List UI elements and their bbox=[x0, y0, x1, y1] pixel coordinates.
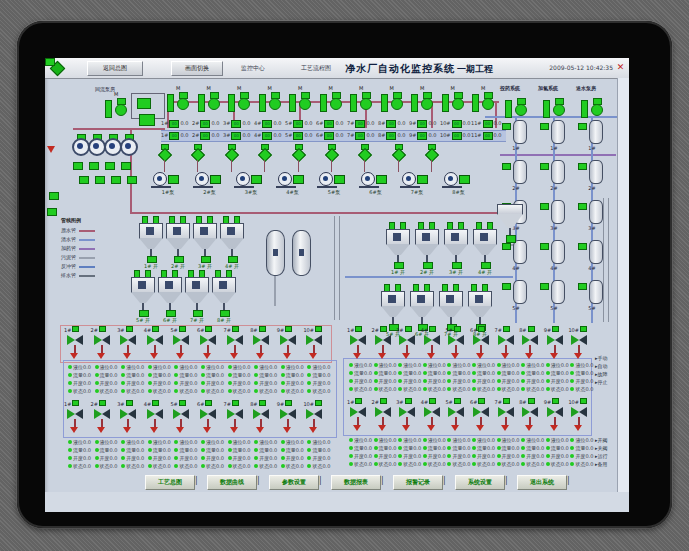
filter-valve[interactable]: 9# bbox=[544, 398, 568, 434]
close-icon[interactable]: ✕ bbox=[615, 61, 626, 73]
filter-valve[interactable]: 1# bbox=[64, 326, 88, 362]
filter-valve[interactable]: 7# bbox=[495, 398, 519, 434]
filter-valve[interactable]: 10# bbox=[303, 326, 327, 362]
filter-valve[interactable]: 7# bbox=[495, 326, 519, 362]
diamond-valve[interactable] bbox=[391, 144, 405, 172]
filter-valve[interactable]: 4# bbox=[144, 400, 168, 436]
chemical-tank-unit[interactable]: 2# bbox=[539, 160, 569, 198]
valve-icon[interactable] bbox=[121, 162, 131, 170]
valve-icon[interactable] bbox=[89, 162, 99, 170]
transfer-pump[interactable]: 6#泵 bbox=[357, 170, 395, 196]
valve-icon[interactable] bbox=[47, 208, 57, 216]
filter-valve[interactable]: 5# bbox=[170, 400, 194, 436]
filter-valve[interactable]: 8# bbox=[250, 326, 274, 362]
filter-valve[interactable]: 2# bbox=[372, 326, 396, 362]
filter-valve[interactable]: 8# bbox=[519, 326, 543, 362]
valve-icon[interactable] bbox=[111, 176, 121, 184]
valve-icon[interactable] bbox=[49, 192, 59, 200]
valve-icon[interactable] bbox=[79, 176, 89, 184]
chemical-tank-unit[interactable]: 5# bbox=[501, 280, 531, 318]
dosing-pump-unit[interactable]: M bbox=[379, 86, 405, 118]
transfer-pump[interactable]: 8#泵 bbox=[440, 170, 478, 196]
filter-valve[interactable]: 6# bbox=[197, 326, 221, 362]
nav-button[interactable]: 退出系统 bbox=[517, 475, 567, 490]
diamond-valve[interactable] bbox=[324, 144, 338, 172]
dosing-pump-unit[interactable]: M bbox=[348, 86, 374, 118]
dosing-hopper[interactable]: 2# 开 bbox=[414, 222, 440, 276]
dosing-hopper[interactable]: 7# 开 bbox=[184, 270, 210, 324]
dosing-hopper[interactable]: 5# 开 bbox=[130, 270, 156, 324]
filter-valve[interactable]: 2# bbox=[91, 326, 115, 362]
pressure-vessel[interactable] bbox=[292, 230, 311, 276]
diamond-valve[interactable] bbox=[357, 144, 371, 172]
chemical-tank-unit[interactable]: 5# bbox=[577, 280, 607, 318]
dosing-pump-unit[interactable]: M bbox=[165, 86, 191, 118]
filter-valve[interactable]: 7# bbox=[224, 400, 248, 436]
filter-valve[interactable]: 6# bbox=[470, 326, 494, 362]
transfer-pump[interactable]: 3#泵 bbox=[232, 170, 270, 196]
transfer-pump[interactable]: 2#泵 bbox=[191, 170, 229, 196]
diamond-valve[interactable] bbox=[224, 144, 238, 172]
filter-valve[interactable]: 8# bbox=[519, 398, 543, 434]
diamond-valve[interactable] bbox=[190, 144, 204, 172]
dosing-hopper[interactable]: 1# 开 bbox=[138, 216, 164, 270]
filter-valve[interactable]: 5# bbox=[170, 326, 194, 362]
filter-valve[interactable]: 1# bbox=[64, 400, 88, 436]
filter-valve[interactable]: 9# bbox=[277, 400, 301, 436]
dosing-pump-unit[interactable]: M bbox=[196, 86, 222, 118]
dosing-hopper[interactable]: 2# 开 bbox=[165, 216, 191, 270]
filter-valve[interactable]: 5# bbox=[445, 398, 469, 434]
filter-valve[interactable]: 2# bbox=[91, 400, 115, 436]
filter-valve[interactable]: 2# bbox=[372, 398, 396, 434]
dosing-hopper[interactable]: 3# 开 bbox=[443, 222, 469, 276]
filter-valve[interactable]: 5# bbox=[445, 326, 469, 362]
diamond-valve[interactable] bbox=[257, 144, 271, 172]
filter-valve[interactable]: 8# bbox=[250, 400, 274, 436]
dosing-pump-unit[interactable]: M bbox=[470, 86, 496, 118]
filter-valve[interactable]: 3# bbox=[117, 400, 141, 436]
chemical-tank-unit[interactable]: 4# bbox=[577, 240, 607, 278]
chemical-tank-unit[interactable]: 1# bbox=[577, 120, 607, 158]
transfer-pump[interactable]: 1#泵 bbox=[149, 170, 187, 196]
pump-icon[interactable] bbox=[45, 58, 55, 66]
dosing-pump-unit[interactable]: M bbox=[409, 86, 435, 118]
chemical-tank-unit[interactable]: 5# bbox=[539, 280, 569, 318]
valve-icon[interactable] bbox=[73, 162, 83, 170]
filter-valve[interactable]: 9# bbox=[277, 326, 301, 362]
dosing-pump-unit[interactable]: M bbox=[226, 86, 252, 118]
filter-valve[interactable]: 1# bbox=[347, 326, 371, 362]
intake-pump[interactable] bbox=[119, 134, 139, 158]
filter-valve[interactable]: 10# bbox=[568, 398, 592, 434]
dosing-hopper[interactable]: 1# 开 bbox=[385, 222, 411, 276]
filter-valve[interactable]: 10# bbox=[568, 326, 592, 362]
filter-valve[interactable]: 9# bbox=[544, 326, 568, 362]
cyclone-funnel[interactable] bbox=[497, 204, 523, 248]
dosing-hopper[interactable]: 6# 开 bbox=[157, 270, 183, 324]
filter-valve[interactable]: 10# bbox=[303, 400, 327, 436]
diamond-valve[interactable] bbox=[157, 144, 171, 172]
screen-switch-button[interactable]: 画面切换 bbox=[171, 61, 223, 76]
nav-button[interactable]: 工艺总图 bbox=[145, 475, 195, 490]
dosing-pump-unit[interactable]: M bbox=[287, 86, 313, 118]
dosing-pump-unit[interactable]: M bbox=[318, 86, 344, 118]
filter-valve[interactable]: 6# bbox=[470, 398, 494, 434]
filter-valve[interactable]: 4# bbox=[421, 326, 445, 362]
nav-button[interactable]: 数据曲线 bbox=[207, 475, 257, 490]
dosing-hopper[interactable]: 8# 开 bbox=[211, 270, 237, 324]
nav-button[interactable]: 报警记录 bbox=[393, 475, 443, 490]
filter-valve[interactable]: 4# bbox=[421, 398, 445, 434]
nav-button[interactable]: 数据报表 bbox=[331, 475, 381, 490]
transfer-pump[interactable]: 5#泵 bbox=[315, 170, 353, 196]
dosing-hopper[interactable]: 3# 开 bbox=[192, 216, 218, 270]
chemical-tank-unit[interactable]: 1# bbox=[539, 120, 569, 158]
nav-button[interactable]: 参数设置 bbox=[269, 475, 319, 490]
filter-valve[interactable]: 1# bbox=[347, 398, 371, 434]
dosing-hopper[interactable]: 4# 开 bbox=[219, 216, 245, 270]
pressure-vessel[interactable] bbox=[266, 230, 285, 276]
return-pump-unit[interactable]: M bbox=[103, 92, 129, 124]
chemical-tank-unit[interactable]: 2# bbox=[501, 160, 531, 198]
filter-valve[interactable]: 3# bbox=[396, 398, 420, 434]
transfer-pump[interactable]: 4#泵 bbox=[274, 170, 312, 196]
diamond-valve[interactable] bbox=[424, 144, 438, 172]
dosing-pump-unit[interactable]: M bbox=[257, 86, 283, 118]
